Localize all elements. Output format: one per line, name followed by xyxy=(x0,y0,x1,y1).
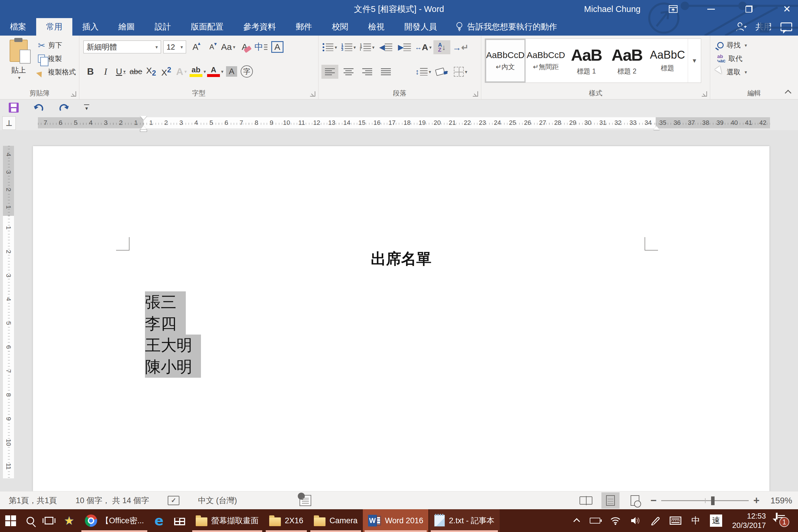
right-indent-marker[interactable] xyxy=(653,123,660,130)
style-no-spacing[interactable]: AaBbCcD ↵無間距 xyxy=(526,39,566,82)
numbering-button[interactable]: 123▾ xyxy=(340,40,357,54)
proofing-status-icon[interactable]: ✓ xyxy=(168,496,179,505)
ime-language-indicator[interactable]: 中 xyxy=(691,515,700,527)
battery-icon[interactable] xyxy=(590,518,600,524)
strikethrough-button[interactable]: abe xyxy=(129,65,143,78)
grow-font-button[interactable]: A▲ xyxy=(188,40,203,54)
start-button[interactable] xyxy=(0,509,21,532)
taskbar-search-button[interactable] xyxy=(21,509,39,532)
multilevel-list-button[interactable]: 1ai▾ xyxy=(359,40,376,54)
action-center-button[interactable]: 1 xyxy=(776,514,791,528)
select-button[interactable]: 選取▾ xyxy=(715,65,749,79)
minimize-button[interactable] xyxy=(700,0,722,18)
vertical-ruler[interactable]: 4321 1234567891011 xyxy=(3,130,14,491)
sort-button[interactable]: AZ↓ xyxy=(433,40,450,54)
tab-draw[interactable]: 繪圖 xyxy=(109,18,145,36)
tab-file[interactable]: 檔案 xyxy=(0,18,36,36)
close-button[interactable]: ✕ xyxy=(776,0,798,18)
signed-in-user[interactable]: Michael Chung xyxy=(584,0,641,18)
taskbar-notepad-window[interactable]: 2.txt - 記事本 xyxy=(429,509,500,532)
font-size-combobox[interactable]: 12▾ xyxy=(163,40,186,53)
style-title[interactable]: AaBbC 標題 xyxy=(647,39,688,82)
taskbar-2x16-folder[interactable]: 2X16 xyxy=(264,509,309,532)
language-status[interactable]: 中文 (台灣) xyxy=(198,495,237,506)
show-hide-marks-button[interactable]: →↵ xyxy=(452,40,469,54)
touch-keyboard-icon[interactable] xyxy=(670,516,681,525)
tab-design[interactable]: 設計 xyxy=(145,18,181,36)
character-shading-button[interactable]: A xyxy=(225,65,239,78)
styles-more-button[interactable]: ▼ xyxy=(688,39,701,82)
align-center-button[interactable] xyxy=(340,65,357,79)
tab-insert[interactable]: 插入 xyxy=(72,18,109,36)
share-button[interactable]: 共用 xyxy=(755,21,772,32)
paragraph-dialog-launcher[interactable] xyxy=(473,91,478,97)
underline-button[interactable]: U▾ xyxy=(114,65,128,78)
zoom-out-button[interactable]: − xyxy=(650,498,657,504)
taskbar-pinned-star-app[interactable]: ★ xyxy=(59,509,80,532)
print-layout-button[interactable] xyxy=(602,492,620,509)
zoom-slider-thumb[interactable] xyxy=(711,496,715,505)
undo-button[interactable] xyxy=(33,102,44,113)
customize-qat-button[interactable]: ▼ xyxy=(84,104,89,111)
tab-layout[interactable]: 版面配置 xyxy=(181,18,233,36)
taskbar-store-button[interactable] xyxy=(169,509,190,532)
cut-button[interactable]: ✂剪下 xyxy=(36,38,78,52)
font-dialog-launcher[interactable] xyxy=(310,91,315,97)
tell-me-box[interactable]: 告訴我您想要執行的動作 xyxy=(456,18,557,36)
bold-button[interactable]: B xyxy=(83,65,97,78)
decrease-indent-button[interactable]: ◀ xyxy=(377,40,394,54)
shading-button[interactable]: ▾ xyxy=(433,65,450,79)
paste-dropdown-arrow[interactable]: ▾ xyxy=(18,75,20,80)
text-highlight-button[interactable]: ab▾ xyxy=(190,65,206,78)
enclose-characters-button[interactable]: 字 xyxy=(240,65,254,78)
paste-button[interactable]: 貼上 ▾ xyxy=(3,40,34,86)
subscript-button[interactable]: X2 xyxy=(144,65,158,78)
distribute-button[interactable] xyxy=(396,65,413,79)
character-border-button[interactable]: A xyxy=(270,40,284,54)
taskbar-screenshots-folder[interactable]: 螢幕擷取畫面 xyxy=(190,509,264,532)
wifi-icon[interactable] xyxy=(610,516,621,525)
style-heading-1[interactable]: AaB 標題 1 xyxy=(566,39,607,82)
taskbar-camera-folder[interactable]: Camera xyxy=(309,509,363,532)
text-effects-button[interactable]: A▾ xyxy=(174,65,188,78)
align-left-button[interactable] xyxy=(321,65,338,79)
task-view-button[interactable] xyxy=(39,509,59,532)
comments-icon[interactable] xyxy=(780,22,792,31)
zoom-slider[interactable] xyxy=(661,500,749,501)
increase-indent-button[interactable]: ▶ xyxy=(396,40,413,54)
font-name-combobox[interactable]: 新細明體▾ xyxy=(83,40,161,53)
asian-layout-button[interactable]: ↔A▾ xyxy=(415,40,432,54)
ime-input-method-indicator[interactable]: 速 xyxy=(710,514,722,527)
save-button[interactable] xyxy=(9,103,19,113)
taskbar-edge-button[interactable]: e xyxy=(149,509,169,532)
read-mode-button[interactable] xyxy=(577,492,595,509)
find-button[interactable]: 尋找▾ xyxy=(715,38,749,52)
macro-recording-icon[interactable] xyxy=(300,495,311,506)
font-color-button[interactable]: A▾ xyxy=(207,65,223,78)
tab-stop-selector[interactable]: ⊥ xyxy=(2,116,16,130)
speaker-icon[interactable] xyxy=(631,516,641,525)
taskbar-word-window[interactable]: W Word 2016 xyxy=(363,509,429,532)
tab-home[interactable]: 常用 xyxy=(36,18,72,36)
change-case-button[interactable]: Aa▾ xyxy=(221,40,235,54)
restore-button[interactable] xyxy=(738,0,760,18)
bullets-button[interactable]: ▾ xyxy=(321,40,338,54)
tray-overflow-chevron-icon[interactable] xyxy=(573,518,580,525)
format-painter-button[interactable]: 複製格式 xyxy=(36,65,78,79)
document-page[interactable]: 出席名單 張三李四王大明陳小明 xyxy=(33,146,770,491)
pen-icon[interactable] xyxy=(650,516,660,525)
line-spacing-button[interactable]: ↕▾ xyxy=(415,65,432,79)
tab-developer[interactable]: 開發人員 xyxy=(394,18,447,36)
style-normal[interactable]: AaBbCcD ↵內文 xyxy=(485,39,526,82)
hanging-indent-marker[interactable] xyxy=(140,122,147,130)
phonetic-guide-button[interactable]: 中 xyxy=(254,40,268,54)
left-indent-marker[interactable] xyxy=(140,129,147,132)
style-heading-2[interactable]: AaB 標題 2 xyxy=(607,39,647,82)
tab-view[interactable]: 檢視 xyxy=(358,18,394,36)
clipboard-dialog-launcher[interactable] xyxy=(71,91,76,97)
italic-button[interactable]: I xyxy=(99,65,113,78)
tab-review[interactable]: 校閱 xyxy=(322,18,358,36)
tab-references[interactable]: 參考資料 xyxy=(233,18,286,36)
zoom-in-button[interactable]: + xyxy=(753,498,760,504)
superscript-button[interactable]: X2 xyxy=(159,65,173,78)
